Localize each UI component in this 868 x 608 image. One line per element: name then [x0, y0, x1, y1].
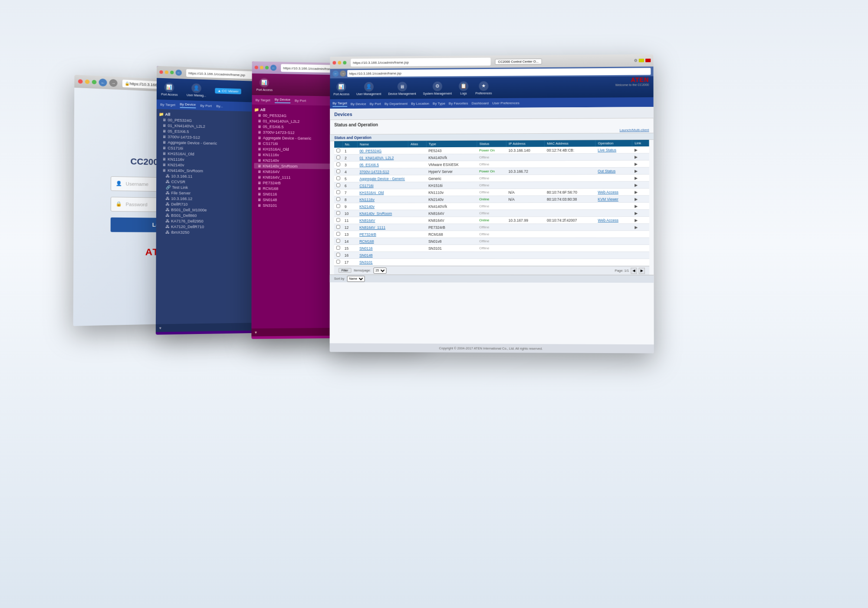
- close-icon[interactable]: [255, 66, 258, 69]
- device-name-link[interactable]: 01_KN4140VA_L2L2: [359, 155, 394, 160]
- row-checkbox[interactable]: [336, 197, 340, 201]
- row-checkbox[interactable]: [336, 211, 340, 215]
- col-alias[interactable]: Alias: [408, 141, 426, 147]
- device-name-link[interactable]: SN0116: [359, 246, 373, 250]
- by-target-nav[interactable]: By Target: [332, 101, 347, 107]
- col-no[interactable]: No.: [342, 141, 357, 148]
- preferences-header-tab[interactable]: ★ Preferences: [475, 81, 492, 94]
- minimize-icon[interactable]: [260, 66, 263, 69]
- user-prefs-nav[interactable]: User Preferences: [492, 101, 519, 105]
- close-icon[interactable]: [78, 79, 83, 83]
- close-icon[interactable]: [159, 70, 163, 74]
- alert-icon[interactable]: [645, 59, 651, 62]
- maximize-icon[interactable]: [265, 66, 269, 69]
- logs-header-tab[interactable]: 📋 Logs: [459, 81, 468, 95]
- expand-icon[interactable]: ▶: [635, 225, 638, 229]
- row-checkbox[interactable]: [336, 218, 340, 222]
- device-mgmt-header-tab[interactable]: 🖥 Device Management: [388, 82, 416, 95]
- operation-link[interactable]: Web Access: [598, 218, 618, 222]
- expand-icon[interactable]: ▶: [635, 155, 638, 159]
- launch-multi-client-link[interactable]: Launch/Multi-client: [620, 128, 649, 132]
- by-target-tab2[interactable]: By Target: [256, 98, 270, 102]
- cc-viewer-badge[interactable]: ▲ CC Viewer: [215, 88, 241, 94]
- by-dept-nav[interactable]: By Department: [385, 102, 408, 106]
- col-link[interactable]: Link: [632, 140, 649, 146]
- expand-icon[interactable]: ▶: [635, 197, 638, 201]
- row-checkbox[interactable]: [336, 239, 340, 243]
- col-mac[interactable]: MAC Address: [545, 140, 595, 147]
- minimize-icon[interactable]: [165, 70, 168, 74]
- back-button[interactable]: ←: [175, 69, 181, 76]
- maximize-icon[interactable]: [170, 71, 174, 74]
- row-checkbox[interactable]: [336, 246, 340, 250]
- by-device-tab[interactable]: By Device: [180, 102, 196, 108]
- device-name-link[interactable]: KN8164V_1111: [359, 225, 385, 229]
- operation-link[interactable]: KVM Viewer: [598, 197, 618, 201]
- by-port-nav[interactable]: By Port: [370, 102, 381, 106]
- user-mgmt-tab[interactable]: 👤 User Manag...: [187, 83, 206, 97]
- expand-icon[interactable]: ▶: [635, 211, 638, 215]
- minimize-icon[interactable]: [338, 61, 341, 64]
- operation-link[interactable]: Web Access: [598, 190, 618, 194]
- items-per-page-select[interactable]: 25 50: [373, 268, 386, 274]
- device-name-link[interactable]: KN8164V: [359, 218, 375, 222]
- prev-page-button[interactable]: ◀: [631, 268, 637, 274]
- by-more-tab[interactable]: By...: [216, 104, 223, 108]
- by-device-tab2[interactable]: By Device: [275, 97, 290, 103]
- expand-icon[interactable]: ▶: [635, 162, 638, 166]
- by-type-nav[interactable]: By Type: [433, 101, 445, 105]
- notification-icon[interactable]: [639, 59, 644, 62]
- forward-button[interactable]: →: [109, 79, 118, 87]
- by-port-tab2[interactable]: By Port: [295, 99, 306, 102]
- device-name-link[interactable]: 00_PE5324G: [359, 149, 381, 153]
- col-op[interactable]: Operation: [595, 140, 632, 146]
- forward-button[interactable]: →: [340, 70, 346, 76]
- row-checkbox[interactable]: [336, 162, 340, 166]
- maximize-icon[interactable]: [343, 61, 346, 64]
- col-ip[interactable]: IP Address: [506, 140, 544, 147]
- device-name-link[interactable]: CS1716i: [359, 183, 374, 188]
- col-type[interactable]: Type: [426, 141, 477, 148]
- row-checkbox[interactable]: [336, 232, 340, 236]
- row-checkbox[interactable]: [336, 176, 340, 180]
- close-icon[interactable]: [332, 61, 336, 65]
- expand-icon[interactable]: ▶: [635, 218, 638, 222]
- port-access-tab[interactable]: 📊 Port Access: [161, 82, 178, 96]
- row-checkbox[interactable]: [336, 169, 340, 173]
- settings-icon[interactable]: ⚙: [634, 58, 638, 63]
- operation-link[interactable]: Live Status: [598, 148, 616, 152]
- expand-icon[interactable]: ▶: [635, 204, 638, 208]
- by-favorites-nav[interactable]: By Favorites: [449, 101, 468, 105]
- back-button[interactable]: ←: [99, 79, 107, 87]
- by-location-nav[interactable]: By Location: [411, 102, 429, 106]
- back-button[interactable]: ←: [270, 65, 276, 71]
- device-name-link[interactable]: PE7324rB: [359, 232, 376, 236]
- next-page-button[interactable]: ▶: [639, 268, 645, 274]
- row-checkbox[interactable]: [336, 225, 340, 229]
- row-checkbox[interactable]: [336, 155, 340, 159]
- by-device-nav[interactable]: By Device: [351, 102, 366, 106]
- device-name-link[interactable]: KN2140v: [359, 204, 375, 208]
- maximize-icon[interactable]: [92, 80, 97, 84]
- row-checkbox[interactable]: [336, 183, 340, 187]
- row-checkbox[interactable]: [336, 149, 340, 152]
- device-name-link[interactable]: RCM168: [359, 239, 374, 243]
- minimize-icon[interactable]: [85, 79, 90, 84]
- back-button[interactable]: ←: [332, 70, 339, 76]
- device-name-link[interactable]: 3700V-14723-S12: [359, 169, 389, 174]
- expand-icon[interactable]: ▶: [635, 183, 638, 187]
- expand-icon[interactable]: ▶: [635, 148, 638, 152]
- row-checkbox[interactable]: [336, 204, 340, 208]
- device-name-link[interactable]: KN1116v: [359, 197, 375, 202]
- filter-button[interactable]: Filter: [339, 268, 351, 273]
- device-name-link[interactable]: 05_ESXi6.5: [359, 162, 379, 167]
- expand-icon[interactable]: ▶: [635, 169, 638, 173]
- operation-link[interactable]: Out Status: [598, 169, 615, 173]
- row-checkbox[interactable]: [336, 253, 340, 257]
- col-status[interactable]: Status: [477, 140, 506, 147]
- expand-icon[interactable]: ▶: [635, 176, 638, 180]
- by-target-tab[interactable]: By Target: [160, 102, 175, 107]
- device-name-link[interactable]: Aggregate Device - Generic: [359, 176, 405, 181]
- dashboard-nav[interactable]: Dashboard: [472, 101, 489, 105]
- device-name-link[interactable]: SN3101: [359, 260, 373, 264]
